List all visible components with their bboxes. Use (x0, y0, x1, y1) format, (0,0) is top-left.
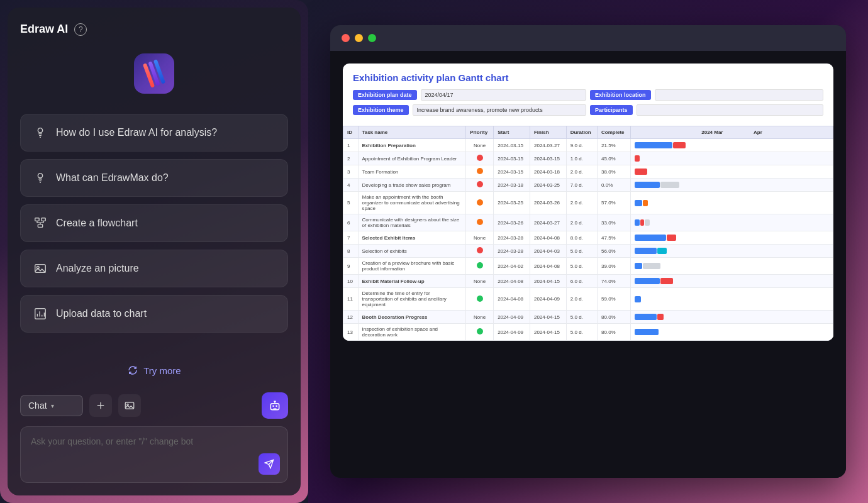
gantt-meta: Exhibition plan date 2024/04/17 Exhibiti… (353, 89, 823, 116)
chat-input-area[interactable]: Ask your question, or enter "/" change b… (20, 426, 288, 483)
cell-complete: 59.0% (598, 288, 631, 311)
left-panel: Edraw AI ? How do I use Edraw AI for ana… (0, 0, 308, 503)
cell-duration: 5.0 d. (566, 258, 597, 275)
cell-finish: 2024-04-03 (530, 245, 566, 258)
cell-complete: 56.0% (598, 245, 631, 258)
cell-start: 2024-03-28 (494, 245, 530, 258)
table-row: 7 Selected Exhibit Items None 2024-03-28… (343, 231, 833, 245)
traffic-light-green[interactable] (368, 34, 376, 42)
table-row: 1 Exhibition Preparation None 2024-03-15… (343, 139, 833, 152)
cell-finish: 2024-03-27 (530, 214, 566, 231)
cell-priority (466, 245, 494, 258)
meta-theme: Exhibition theme Increase brand awarenes… (353, 104, 586, 116)
cell-start: 2024-03-25 (494, 192, 530, 214)
cell-finish: 2024-03-27 (530, 139, 566, 152)
menu-item-how-to-use[interactable]: How do I use Edraw AI for analysis? (20, 114, 288, 152)
table-row: 5 Make an appointment with the booth org… (343, 192, 833, 214)
bulb-icon (33, 126, 47, 140)
cell-complete: 47.5% (598, 231, 631, 245)
cell-id: 10 (343, 275, 359, 288)
menu-item-what-can-do[interactable]: What can EdrawMax do? (20, 159, 288, 197)
send-button[interactable] (259, 453, 280, 475)
table-row: 6 Communicate with designers about the s… (343, 214, 833, 231)
cell-bar (631, 275, 833, 288)
cell-duration: 6.0 d. (566, 275, 597, 288)
cell-bar (631, 139, 833, 152)
cell-start: 2024-03-26 (494, 214, 530, 231)
svg-point-11 (272, 406, 274, 407)
cell-priority (466, 179, 494, 192)
svg-rect-3 (42, 218, 45, 221)
browser-titlebar (330, 25, 846, 51)
table-row: 11 Determine the time of entry for trans… (343, 288, 833, 311)
svg-point-1 (38, 174, 42, 178)
cell-duration: 9.0 d. (566, 139, 597, 152)
participants-label: Participants (590, 105, 633, 115)
th-duration: Duration (566, 126, 597, 139)
cell-task: Selection of exhibits (358, 245, 466, 258)
menu-item-analyze-picture[interactable]: Analyze an picture (20, 250, 288, 287)
cell-bar (631, 165, 833, 179)
menu-item-upload-data[interactable]: Upload data to chart (20, 295, 288, 333)
menu-item-label-5: Upload data to chart (56, 308, 147, 319)
image-upload-icon[interactable] (118, 394, 141, 417)
new-chat-icon[interactable] (89, 394, 112, 417)
table-row: 8 Selection of exhibits 2024-03-28 2024-… (343, 245, 833, 258)
cell-id: 4 (343, 179, 359, 192)
cell-bar (631, 192, 833, 214)
chat-dropdown[interactable]: Chat ▾ (20, 395, 83, 416)
gantt-title: Exhibition activity plan Gantt chart (353, 72, 823, 83)
theme-value: Increase brand awareness, promote new pr… (413, 104, 586, 116)
cell-task: Appointment of Exhibition Program Leader (358, 152, 466, 165)
flowchart-icon (33, 216, 47, 230)
try-more-button[interactable]: Try more (20, 356, 288, 385)
theme-label: Exhibition theme (353, 105, 409, 115)
cell-bar (631, 324, 833, 341)
cell-id: 9 (343, 258, 359, 275)
cell-task: Determine the time of entry for transpor… (358, 288, 466, 311)
menu-item-label-2: What can EdrawMax do? (56, 172, 169, 184)
cell-complete: 0.0% (598, 179, 631, 192)
table-row: 12 Booth Decoration Progress None 2024-0… (343, 311, 833, 324)
cell-task: Developing a trade show sales program (358, 179, 466, 192)
help-icon[interactable]: ? (74, 23, 87, 36)
traffic-light-yellow[interactable] (355, 34, 363, 42)
cell-task: Inspection of exhibition space and decor… (358, 324, 466, 341)
menu-item-create-flowchart[interactable]: Create a flowchart (20, 204, 288, 242)
traffic-light-red[interactable] (342, 34, 350, 42)
cell-duration: 2.0 d. (566, 214, 597, 231)
cell-id: 13 (343, 324, 359, 341)
gantt-table: ID Task name Priority Start Finish Durat… (343, 126, 833, 341)
svg-point-0 (38, 128, 42, 133)
cell-task: Make an appointment with the booth organ… (358, 192, 466, 214)
cell-finish: 2024-04-08 (530, 231, 566, 245)
cell-duration: 2.0 d. (566, 165, 597, 179)
cell-id: 7 (343, 231, 359, 245)
gantt-header: Exhibition activity plan Gantt chart Exh… (343, 64, 833, 126)
cell-complete: 80.0% (598, 311, 631, 324)
table-row: 9 Creation of a preview brochure with ba… (343, 258, 833, 275)
cell-priority: None (466, 139, 494, 152)
chat-bar: Chat ▾ (20, 392, 288, 419)
cell-bar (631, 152, 833, 165)
cell-start: 2024-04-09 (494, 324, 530, 341)
cell-bar (631, 258, 833, 275)
cell-finish: 2024-04-15 (530, 324, 566, 341)
chat-label: Chat (28, 401, 47, 411)
cell-start: 2024-04-09 (494, 311, 530, 324)
th-bars: 2024 Mar Apr (631, 126, 833, 139)
cell-priority (466, 324, 494, 341)
gantt-table-body: 1 Exhibition Preparation None 2024-03-15… (343, 139, 833, 341)
cell-id: 11 (343, 288, 359, 311)
cell-id: 12 (343, 311, 359, 324)
table-row: 3 Team Formation 2024-03-15 2024-03-18 2… (343, 165, 833, 179)
meta-location: Exhibition location (590, 89, 823, 101)
table-row: 10 Exhibit Material Follow-up None 2024-… (343, 275, 833, 288)
robot-icon[interactable] (262, 392, 288, 419)
logo-container (20, 53, 288, 94)
cell-complete: 39.0% (598, 258, 631, 275)
cell-priority (466, 214, 494, 231)
cell-duration: 2.0 d. (566, 288, 597, 311)
cell-duration: 8.0 d. (566, 231, 597, 245)
cell-complete: 45.0% (598, 152, 631, 165)
